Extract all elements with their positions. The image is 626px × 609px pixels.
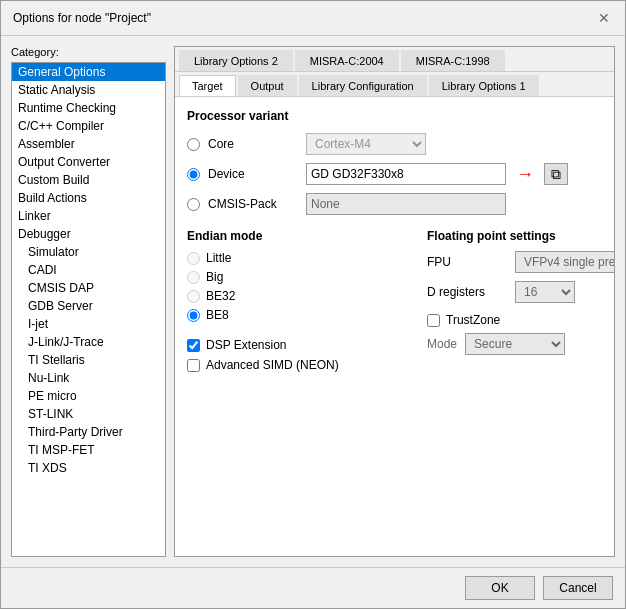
trustzone-label: TrustZone (446, 313, 500, 327)
endian-big-label: Big (206, 270, 223, 284)
trustzone-section: TrustZone Mode Secure Non-Secure (427, 313, 614, 355)
dialog-body: Category: General Options Static Analysi… (1, 36, 625, 567)
device-input[interactable] (306, 163, 506, 185)
dsp-section: DSP Extension Advanced SIMD (NEON) (187, 338, 407, 372)
sidebar-item-assembler[interactable]: Assembler (12, 135, 165, 153)
main-panel: Library Options 2 MISRA-C:2004 MISRA-C:1… (174, 46, 615, 557)
sidebar-item-jlink[interactable]: J-Link/J-Trace (12, 333, 165, 351)
red-arrow-indicator: → (516, 164, 534, 185)
simd-checkbox[interactable] (187, 359, 200, 372)
tab-library-options-2[interactable]: Library Options 2 (179, 50, 293, 71)
tab-output[interactable]: Output (238, 75, 297, 96)
tab-misra-2004[interactable]: MISRA-C:2004 (295, 50, 399, 71)
processor-section-title: Processor variant (187, 109, 602, 123)
fpu-row: FPU VFPv4 single precision None VFPv5 si… (427, 251, 614, 273)
processor-radio-group: Core Cortex-M4 Device → ⧉ (187, 133, 602, 215)
sidebar-item-pe-micro[interactable]: PE micro (12, 387, 165, 405)
endian-col: Endian mode Little Big (187, 229, 407, 378)
endian-little-row: Little (187, 251, 407, 265)
core-radio[interactable] (187, 138, 200, 151)
core-select: Cortex-M4 (306, 133, 426, 155)
dialog-title: Options for node "Project" (13, 11, 151, 25)
endian-group: Little Big BE32 (187, 251, 407, 322)
sidebar-item-static-analysis[interactable]: Static Analysis (12, 81, 165, 99)
simd-label: Advanced SIMD (NEON) (206, 358, 339, 372)
simd-checkbox-row: Advanced SIMD (NEON) (187, 358, 407, 372)
trustzone-row: TrustZone (427, 313, 614, 327)
endian-be8-radio[interactable] (187, 309, 200, 322)
sidebar: Category: General Options Static Analysi… (11, 46, 166, 557)
mode-row: Mode Secure Non-Secure (427, 333, 614, 355)
mode-label: Mode (427, 337, 457, 351)
sidebar-item-general-options[interactable]: General Options (12, 63, 165, 81)
sidebar-item-debugger[interactable]: Debugger (12, 225, 165, 243)
d-registers-label: D registers (427, 285, 507, 299)
endian-title: Endian mode (187, 229, 407, 243)
endian-little-label: Little (206, 251, 231, 265)
sidebar-item-ti-xds[interactable]: TI XDS (12, 459, 165, 477)
ok-button[interactable]: OK (465, 576, 535, 600)
core-radio-row: Core Cortex-M4 (187, 133, 602, 155)
core-label: Core (208, 137, 298, 151)
device-radio[interactable] (187, 168, 200, 181)
sidebar-item-cadi[interactable]: CADI (12, 261, 165, 279)
dsp-checkbox[interactable] (187, 339, 200, 352)
tab-target[interactable]: Target (179, 75, 236, 96)
fp-title: Floating point settings (427, 229, 614, 243)
mode-select[interactable]: Secure Non-Secure (465, 333, 565, 355)
tabs-row2: Target Output Library Configuration Libr… (175, 72, 614, 97)
sidebar-item-ti-stellaris[interactable]: TI Stellaris (12, 351, 165, 369)
device-input-container: → (306, 163, 506, 185)
endian-be8-row: BE8 (187, 308, 407, 322)
fp-col: Floating point settings FPU VFPv4 single… (427, 229, 614, 378)
sidebar-item-st-link[interactable]: ST-LINK (12, 405, 165, 423)
sidebar-item-runtime-checking[interactable]: Runtime Checking (12, 99, 165, 117)
fpu-label: FPU (427, 255, 507, 269)
fpu-select[interactable]: VFPv4 single precision None VFPv5 single… (515, 251, 614, 273)
device-browse-button[interactable]: ⧉ (544, 163, 568, 185)
cmsis-input (306, 193, 506, 215)
sidebar-item-ijet[interactable]: I-jet (12, 315, 165, 333)
trustzone-checkbox[interactable] (427, 314, 440, 327)
sidebar-item-cpp-compiler[interactable]: C/C++ Compiler (12, 117, 165, 135)
dsp-label: DSP Extension (206, 338, 287, 352)
cancel-button[interactable]: Cancel (543, 576, 613, 600)
sidebar-item-cmsis-dap[interactable]: CMSIS DAP (12, 279, 165, 297)
tab-library-options-1[interactable]: Library Options 1 (429, 75, 539, 96)
dialog-footer: OK Cancel (1, 567, 625, 608)
sidebar-item-ti-msp[interactable]: TI MSP-FET (12, 441, 165, 459)
tab-misra-1998[interactable]: MISRA-C:1998 (401, 50, 505, 71)
device-label: Device (208, 167, 298, 181)
endian-be32-row: BE32 (187, 289, 407, 303)
cmsis-label: CMSIS-Pack (208, 197, 298, 211)
endian-big-radio (187, 271, 200, 284)
endian-be32-label: BE32 (206, 289, 235, 303)
endian-be8-label: BE8 (206, 308, 229, 322)
endian-little-radio (187, 252, 200, 265)
sidebar-list: General Options Static Analysis Runtime … (11, 62, 166, 557)
endian-big-row: Big (187, 270, 407, 284)
category-label: Category: (11, 46, 166, 58)
dialog: Options for node "Project" ✕ Category: G… (0, 0, 626, 609)
device-radio-row: Device → ⧉ (187, 163, 602, 185)
sidebar-item-linker[interactable]: Linker (12, 207, 165, 225)
sidebar-item-custom-build[interactable]: Custom Build (12, 171, 165, 189)
cmsis-radio-row: CMSIS-Pack (187, 193, 602, 215)
sidebar-item-build-actions[interactable]: Build Actions (12, 189, 165, 207)
sidebar-item-nu-link[interactable]: Nu-Link (12, 369, 165, 387)
dsp-checkbox-row: DSP Extension (187, 338, 407, 352)
sidebar-item-gdb-server[interactable]: GDB Server (12, 297, 165, 315)
cmsis-radio[interactable] (187, 198, 200, 211)
sidebar-item-simulator[interactable]: Simulator (12, 243, 165, 261)
d-registers-row: D registers 16 32 (427, 281, 614, 303)
tabs-row1: Library Options 2 MISRA-C:2004 MISRA-C:1… (175, 47, 614, 72)
d-registers-select[interactable]: 16 32 (515, 281, 575, 303)
title-bar: Options for node "Project" ✕ (1, 1, 625, 36)
panel-content: Processor variant Core Cortex-M4 Device (175, 97, 614, 556)
close-button[interactable]: ✕ (595, 9, 613, 27)
sidebar-item-output-converter[interactable]: Output Converter (12, 153, 165, 171)
sidebar-item-third-party[interactable]: Third-Party Driver (12, 423, 165, 441)
endian-be32-radio (187, 290, 200, 303)
tab-library-configuration[interactable]: Library Configuration (299, 75, 427, 96)
two-col-section: Endian mode Little Big (187, 229, 602, 378)
